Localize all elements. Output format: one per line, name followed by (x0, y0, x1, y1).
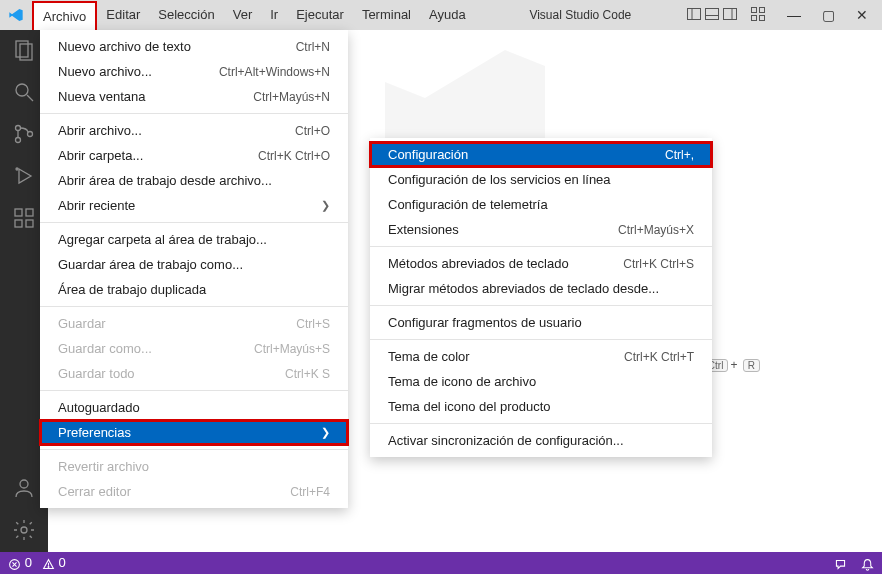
menu-item-11[interactable]: Área de trabajo duplicada (40, 277, 348, 302)
menu-ejecutar[interactable]: Ejecutar (287, 1, 353, 30)
source-control-icon[interactable] (12, 122, 36, 146)
settings-gear-icon[interactable] (12, 518, 36, 542)
menu-item-label: Tema de color (388, 349, 624, 364)
svg-point-18 (16, 168, 18, 170)
accounts-icon[interactable] (12, 476, 36, 500)
svg-point-12 (16, 84, 28, 96)
submenu-item-8[interactable]: Configurar fragmentos de usuario (370, 310, 712, 335)
file-menu-dropdown: Nuevo archivo de textoCtrl+NNuevo archiv… (40, 30, 348, 508)
menu-item-label: Extensiones (388, 222, 618, 237)
submenu-item-0[interactable]: ConfiguraciónCtrl+, (370, 142, 712, 167)
status-errors[interactable]: 0 (8, 555, 32, 570)
status-feedback-icon[interactable] (834, 555, 847, 570)
menu-item-13: GuardarCtrl+S (40, 311, 348, 336)
menu-item-2[interactable]: Nueva ventanaCtrl+Mayús+N (40, 84, 348, 109)
menu-item-shortcut: Ctrl+Mayús+N (253, 90, 330, 104)
menu-item-7[interactable]: Abrir reciente❯ (40, 193, 348, 218)
submenu-item-10[interactable]: Tema de colorCtrl+K Ctrl+T (370, 344, 712, 369)
submenu-item-6[interactable]: Migrar métodos abreviados de teclado des… (370, 276, 712, 301)
run-debug-icon[interactable] (12, 164, 36, 188)
maximize-icon[interactable]: ▢ (814, 7, 842, 23)
menu-item-14: Guardar como...Ctrl+Mayús+S (40, 336, 348, 361)
status-bell-icon[interactable] (861, 555, 874, 570)
menu-item-shortcut: Ctrl+N (296, 40, 330, 54)
menu-item-label: Configuración de los servicios en línea (388, 172, 694, 187)
minimize-icon[interactable]: ― (780, 7, 808, 23)
menu-item-label: Guardar como... (58, 341, 254, 356)
panel-bottom-icon[interactable] (704, 6, 720, 25)
menu-ver[interactable]: Ver (224, 1, 262, 30)
menu-item-label: Configurar fragmentos de usuario (388, 315, 694, 330)
menu-item-label: Guardar área de trabajo como... (58, 257, 330, 272)
menu-item-label: Tema de icono de archivo (388, 374, 694, 389)
menu-item-shortcut: Ctrl+, (665, 148, 694, 162)
menu-item-21: Cerrar editorCtrl+F4 (40, 479, 348, 504)
menu-item-6[interactable]: Abrir área de trabajo desde archivo... (40, 168, 348, 193)
menu-item-label: Abrir carpeta... (58, 148, 258, 163)
menu-seleccion[interactable]: Selección (149, 1, 223, 30)
submenu-item-3[interactable]: ExtensionesCtrl+Mayús+X (370, 217, 712, 242)
svg-rect-4 (724, 8, 737, 19)
search-icon[interactable] (12, 80, 36, 104)
menu-item-shortcut: Ctrl+Mayús+X (618, 223, 694, 237)
menu-archivo[interactable]: Archivo (32, 1, 97, 30)
panel-right-icon[interactable] (722, 6, 738, 25)
explorer-icon[interactable] (12, 38, 36, 62)
submenu-item-11[interactable]: Tema de icono de archivo (370, 369, 712, 394)
menu-item-4[interactable]: Abrir archivo...Ctrl+O (40, 118, 348, 143)
app-title: Visual Studio Code (475, 8, 686, 22)
panel-left-icon[interactable] (686, 6, 702, 25)
menu-item-10[interactable]: Guardar área de trabajo como... (40, 252, 348, 277)
menu-item-18[interactable]: Preferencias❯ (40, 420, 348, 445)
svg-rect-8 (752, 15, 757, 20)
menu-item-0[interactable]: Nuevo archivo de textoCtrl+N (40, 34, 348, 59)
menu-item-label: Activar sincronización de configuración.… (388, 433, 694, 448)
extensions-icon[interactable] (12, 206, 36, 230)
svg-rect-0 (688, 8, 701, 19)
svg-line-13 (27, 95, 33, 101)
menu-item-label: Abrir área de trabajo desde archivo... (58, 173, 330, 188)
svg-marker-17 (19, 169, 31, 183)
menu-item-label: Migrar métodos abreviados de teclado des… (388, 281, 694, 296)
menu-item-label: Tema del icono del producto (388, 399, 694, 414)
svg-point-29 (48, 566, 49, 567)
svg-point-14 (16, 126, 21, 131)
window-controls: ― ▢ ✕ (780, 7, 882, 23)
customize-layout-icon[interactable] (750, 6, 766, 25)
submenu-item-12[interactable]: Tema del icono del producto (370, 394, 712, 419)
close-icon[interactable]: ✕ (848, 7, 876, 23)
menu-terminal[interactable]: Terminal (353, 1, 420, 30)
menu-editar[interactable]: Editar (97, 1, 149, 30)
svg-rect-9 (760, 15, 765, 20)
menu-ir[interactable]: Ir (261, 1, 287, 30)
svg-point-16 (28, 132, 33, 137)
submenu-item-14[interactable]: Activar sincronización de configuración.… (370, 428, 712, 453)
menu-item-label: Guardar (58, 316, 296, 331)
layout-controls (686, 6, 766, 25)
submenu-item-1[interactable]: Configuración de los servicios en línea (370, 167, 712, 192)
svg-point-15 (16, 138, 21, 143)
menu-item-17[interactable]: Autoguardado (40, 395, 348, 420)
menu-item-label: Preferencias (58, 425, 315, 440)
vscode-logo-icon (0, 7, 32, 23)
menu-item-5[interactable]: Abrir carpeta...Ctrl+K Ctrl+O (40, 143, 348, 168)
menu-item-1[interactable]: Nuevo archivo...Ctrl+Alt+Windows+N (40, 59, 348, 84)
svg-point-24 (21, 527, 27, 533)
submenu-item-2[interactable]: Configuración de telemetría (370, 192, 712, 217)
menu-item-label: Abrir reciente (58, 198, 315, 213)
menu-item-label: Guardar todo (58, 366, 285, 381)
svg-rect-20 (15, 220, 22, 227)
menu-ayuda[interactable]: Ayuda (420, 1, 475, 30)
menu-item-shortcut: Ctrl+K Ctrl+S (623, 257, 694, 271)
menu-item-9[interactable]: Agregar carpeta al área de trabajo... (40, 227, 348, 252)
menu-item-shortcut: Ctrl+F4 (290, 485, 330, 499)
svg-rect-7 (760, 7, 765, 12)
menu-item-shortcut: Ctrl+K S (285, 367, 330, 381)
status-warnings[interactable]: 0 (42, 555, 66, 570)
menu-item-20: Revertir archivo (40, 454, 348, 479)
menu-item-shortcut: Ctrl+K Ctrl+T (624, 350, 694, 364)
menu-item-15: Guardar todoCtrl+K S (40, 361, 348, 386)
menu-item-label: Configuración de telemetría (388, 197, 694, 212)
submenu-item-5[interactable]: Métodos abreviados de tecladoCtrl+K Ctrl… (370, 251, 712, 276)
svg-rect-22 (26, 209, 33, 216)
